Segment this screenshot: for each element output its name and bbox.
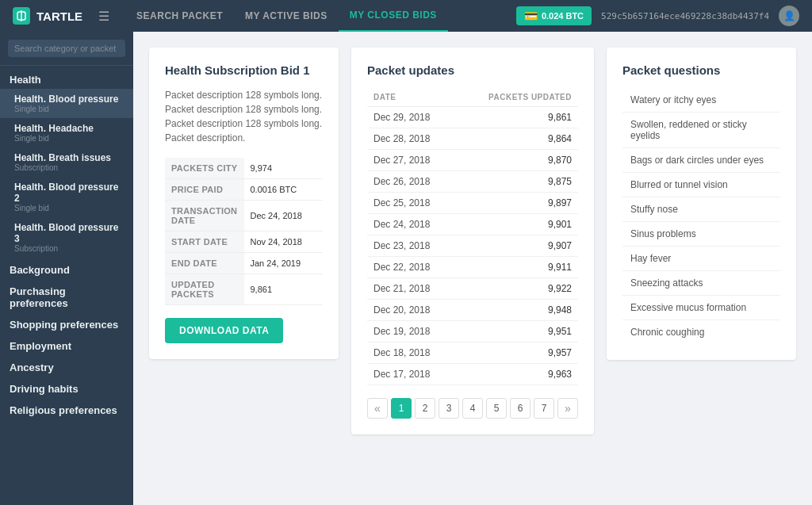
nav-right: 💳 0.024 BTC 529c5b657164ece469228c38db44…: [516, 6, 799, 26]
table-row: Dec 22, 20189,911: [367, 257, 578, 278]
nav-closed-bids[interactable]: MY CLOSED BIDS: [339, 0, 448, 32]
sidebar-item-breath[interactable]: Health. Breath issues Subscription: [0, 147, 133, 177]
update-date: Dec 20, 2018: [367, 300, 456, 321]
sidebar-category-religious[interactable]: Religious preferences: [0, 398, 133, 419]
list-item[interactable]: Bags or dark circles under eyes: [622, 148, 780, 173]
nav-search-packet[interactable]: SEARCH PACKET: [125, 0, 234, 32]
sidebar-item-sub: Single bid: [14, 105, 124, 113]
sidebar-item-name: Health. Headache: [14, 123, 124, 134]
update-packets: 9,907: [456, 235, 578, 257]
update-date: Dec 25, 2018: [367, 193, 456, 214]
pagination-page-5[interactable]: 5: [486, 398, 507, 419]
list-item[interactable]: Watery or itchy eyes: [622, 88, 780, 113]
col-packets-header: PACKETS UPDATED: [456, 88, 578, 107]
update-date: Dec 21, 2018: [367, 278, 456, 300]
update-packets: 9,875: [456, 171, 578, 193]
pagination-page-7[interactable]: 7: [534, 398, 554, 419]
table-row: Dec 25, 20189,897: [367, 193, 578, 214]
sidebar: Health Health. Blood pressure Single bid…: [0, 32, 133, 505]
sidebar-category-background[interactable]: Background: [0, 258, 133, 279]
table-row: Dec 27, 20189,870: [367, 150, 578, 171]
pagination-page-1[interactable]: 1: [391, 398, 412, 419]
pagination-page-3[interactable]: 3: [439, 398, 459, 419]
packet-questions-card: Packet questions Watery or itchy eyesSwo…: [607, 48, 796, 360]
packet-updates-card: Packet updates DATE PACKETS UPDATED Dec …: [351, 48, 594, 434]
table-row: Dec 24, 20189,901: [367, 214, 578, 235]
sidebar-category-purchasing[interactable]: Purchasing preferences: [0, 279, 133, 312]
list-item[interactable]: Stuffy nose: [622, 197, 780, 222]
app-logo[interactable]: TARTLE: [13, 7, 82, 25]
update-packets: 9,951: [456, 321, 578, 342]
packet-updates-table: DATE PACKETS UPDATED Dec 29, 20189,861De…: [367, 88, 578, 385]
list-item[interactable]: Swollen, reddened or sticky eyelids: [622, 113, 780, 148]
table-row: Dec 21, 20189,922: [367, 278, 578, 300]
wallet-button[interactable]: 💳 0.024 BTC: [516, 6, 592, 25]
packet-updates-title: Packet updates: [367, 63, 578, 77]
wallet-icon: 💳: [524, 10, 538, 22]
sidebar-category-health[interactable]: Health: [0, 66, 133, 89]
field-label: TRANSACTION DATE: [165, 201, 244, 231]
sidebar-item-name: Health. Blood pressure: [14, 94, 124, 105]
field-value: 9,861: [244, 274, 324, 305]
sidebar-item-blood-pressure-2[interactable]: Health. Blood pressure 2 Single bid: [0, 177, 133, 217]
user-hash: 529c5b657164ece469228c38db4437f4: [601, 11, 769, 21]
wallet-amount: 0.024 BTC: [542, 11, 584, 21]
update-packets: 9,861: [456, 107, 578, 128]
update-date: Dec 17, 2018: [367, 364, 456, 385]
hamburger-icon[interactable]: ☰: [98, 9, 109, 24]
pagination-page-6[interactable]: 6: [510, 398, 530, 419]
sidebar-item-blood-pressure-3[interactable]: Health. Blood pressure 3 Subscription: [0, 217, 133, 258]
sidebar-category-driving[interactable]: Driving habits: [0, 377, 133, 398]
table-row: END DATEJan 24, 2019: [165, 253, 323, 274]
sidebar-item-headache[interactable]: Health. Headache Single bid: [0, 118, 133, 147]
logo-icon: [13, 7, 30, 25]
table-row: Dec 18, 20189,957: [367, 342, 578, 364]
field-label: PRICE PAID: [165, 179, 244, 201]
sidebar-category-ancestry[interactable]: Ancestry: [0, 355, 133, 377]
sidebar-item-name: Health. Blood pressure 2: [14, 182, 124, 204]
sidebar-item-sub: Subscription: [14, 244, 124, 253]
update-date: Dec 19, 2018: [367, 321, 456, 342]
update-packets: 9,870: [456, 150, 578, 171]
pagination-page-2[interactable]: 2: [415, 398, 435, 419]
list-item[interactable]: Excessive mucus formation: [622, 296, 780, 320]
update-date: Dec 18, 2018: [367, 342, 456, 364]
field-label: END DATE: [165, 253, 244, 274]
sidebar-item-sub: Subscription: [14, 163, 124, 172]
sidebar-category-employment[interactable]: Employment: [0, 334, 133, 355]
sidebar-category-shopping[interactable]: Shopping preferences: [0, 312, 133, 334]
sidebar-item-blood-pressure[interactable]: Health. Blood pressure Single bid: [0, 89, 133, 118]
table-row: TRANSACTION DATEDec 24, 2018: [165, 201, 323, 231]
table-row: PACKETS CITY9,974: [165, 158, 323, 179]
field-label: PACKETS CITY: [165, 158, 244, 179]
list-item[interactable]: Hay fever: [622, 247, 780, 271]
field-value: Nov 24, 2018: [244, 231, 324, 253]
list-item[interactable]: Chronic coughing: [622, 320, 780, 344]
pagination-page-4[interactable]: 4: [462, 398, 483, 419]
sidebar-item-sub: Single bid: [14, 204, 124, 212]
sidebar-item-name: Health. Breath issues: [14, 152, 124, 163]
col-date-header: DATE: [367, 88, 456, 107]
nav-links: SEARCH PACKET MY ACTIVE BIDS MY CLOSED B…: [125, 0, 516, 32]
table-row: START DATENov 24, 2018: [165, 231, 323, 253]
nav-active-bids[interactable]: MY ACTIVE BIDS: [234, 0, 339, 32]
field-value: Jan 24, 2019: [244, 253, 324, 274]
search-input[interactable]: [8, 40, 125, 57]
pagination-next[interactable]: »: [557, 398, 578, 419]
user-avatar[interactable]: 👤: [779, 6, 799, 26]
list-item[interactable]: Sneezing attacks: [622, 271, 780, 296]
field-value: Dec 24, 2018: [244, 201, 324, 231]
download-data-button[interactable]: DOWNLOAD DATA: [165, 318, 283, 343]
list-item[interactable]: Sinus problems: [622, 222, 780, 247]
table-row: Dec 23, 20189,907: [367, 235, 578, 257]
questions-list: Watery or itchy eyesSwollen, reddened or…: [622, 88, 780, 344]
pagination-prev[interactable]: «: [367, 398, 388, 419]
main-layout: Health Health. Blood pressure Single bid…: [0, 32, 812, 505]
pagination: «1234567»: [367, 398, 578, 419]
bid-detail-card: Health Subscription Bid 1 Packet descrip…: [149, 48, 339, 359]
field-value: 0.0016 BTC: [244, 179, 324, 201]
table-row: Dec 17, 20189,963: [367, 364, 578, 385]
table-row: Dec 20, 20189,948: [367, 300, 578, 321]
field-label: UPDATED PACKETS: [165, 274, 244, 305]
list-item[interactable]: Blurred or tunnel vision: [622, 173, 780, 197]
